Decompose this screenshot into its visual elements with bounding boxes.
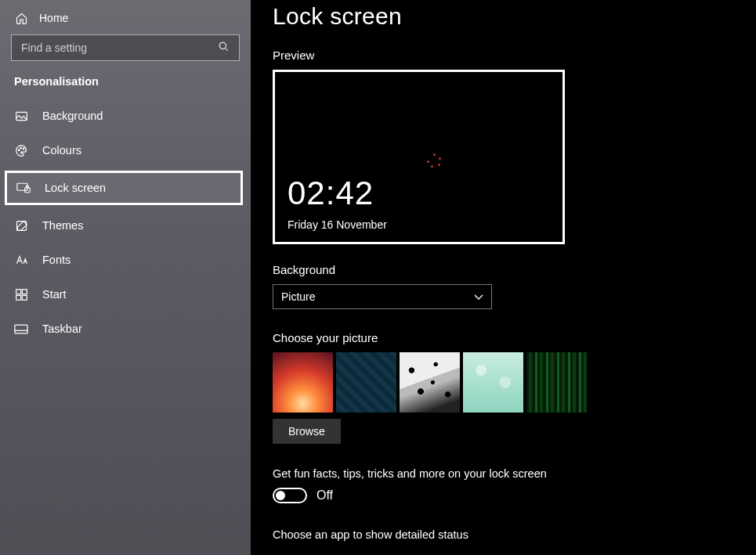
lockscreen-preview: 02:42 Friday 16 November [273, 70, 565, 244]
lock-screen-icon [16, 181, 31, 195]
home-nav[interactable]: Home [0, 6, 251, 34]
search-input[interactable] [21, 41, 218, 54]
background-label: Background [273, 263, 756, 276]
sidebar-item-taskbar[interactable]: Taskbar [0, 312, 251, 346]
choose-picture-label: Choose your picture [273, 331, 756, 344]
search-icon [218, 41, 230, 55]
svg-rect-9 [16, 289, 20, 294]
picture-thumb-4[interactable] [463, 352, 523, 413]
funfacts-toggle[interactable] [273, 488, 307, 503]
sidebar-item-label: Fonts [42, 254, 71, 266]
loading-spinner-icon [425, 153, 443, 172]
themes-icon [14, 218, 28, 232]
sidebar-item-label: Colours [42, 144, 81, 157]
sidebar-section-title: Personalisation [0, 75, 251, 99]
sidebar-item-label: Background [42, 110, 103, 122]
preview-time: 02:42 [288, 175, 374, 212]
svg-line-1 [226, 49, 228, 51]
settings-sidebar: Home Personalisation Background Colours … [0, 0, 251, 555]
svg-point-5 [23, 148, 24, 150]
sidebar-item-themes[interactable]: Themes [0, 208, 251, 243]
chevron-down-icon [474, 290, 483, 303]
funfacts-state: Off [317, 488, 333, 503]
picture-thumb-3[interactable] [400, 352, 460, 413]
picture-thumb-5[interactable] [526, 352, 587, 413]
sidebar-item-fonts[interactable]: Fonts [0, 243, 251, 277]
sidebar-item-lock-screen[interactable]: Lock screen [5, 171, 243, 205]
picture-thumbnails [273, 352, 756, 413]
sidebar-item-label: Themes [42, 219, 83, 232]
sidebar-item-label: Taskbar [42, 323, 82, 335]
preview-date: Friday 16 November [288, 218, 387, 231]
detailed-status-label: Choose an app to show detailed status [273, 528, 756, 541]
start-icon [14, 287, 28, 301]
sidebar-item-label: Start [42, 288, 67, 301]
svg-rect-10 [22, 289, 27, 294]
picture-icon [14, 109, 28, 123]
background-dropdown[interactable]: Picture [273, 284, 492, 309]
sidebar-item-start[interactable]: Start [0, 277, 251, 312]
page-title: Lock screen [273, 3, 756, 30]
svg-point-3 [18, 149, 20, 150]
svg-point-0 [219, 42, 226, 49]
palette-icon [14, 143, 28, 157]
dropdown-value: Picture [281, 290, 316, 303]
search-settings[interactable] [11, 34, 240, 61]
svg-rect-11 [16, 295, 20, 300]
picture-thumb-1[interactable] [273, 352, 333, 413]
svg-rect-13 [15, 325, 27, 333]
svg-point-4 [20, 147, 21, 149]
main-content: Lock screen Preview 02:42 Friday 16 Nove… [251, 0, 756, 555]
svg-rect-12 [22, 295, 27, 300]
sidebar-item-label: Lock screen [45, 182, 106, 194]
funfacts-label: Get fun facts, tips, tricks and more on … [273, 467, 756, 480]
sidebar-item-colours[interactable]: Colours [0, 133, 251, 168]
fonts-icon [14, 253, 28, 267]
home-label: Home [39, 12, 68, 24]
preview-label: Preview [273, 49, 756, 62]
browse-button[interactable]: Browse [273, 419, 341, 444]
sidebar-item-background[interactable]: Background [0, 99, 251, 133]
picture-thumb-2[interactable] [336, 352, 396, 413]
taskbar-icon [14, 322, 28, 336]
home-icon [14, 11, 28, 25]
